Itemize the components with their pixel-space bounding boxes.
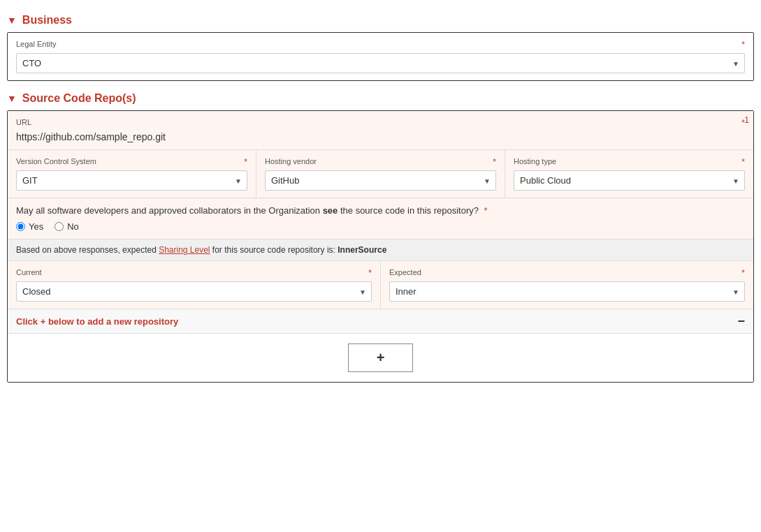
add-repo-text: Click + below to add a new repository (16, 316, 178, 327)
legal-entity-required: * (741, 40, 745, 50)
expected-select-wrapper: Inner (389, 281, 745, 302)
vcs-required: * (244, 157, 247, 167)
hosting-vendor-required: * (493, 157, 496, 167)
no-radio-option[interactable]: No (55, 221, 79, 232)
vcs-label-row: Version Control System * (16, 157, 247, 167)
legal-entity-label-row: Legal Entity * (16, 40, 745, 50)
sharing-level-link[interactable]: Sharing Level (159, 245, 210, 255)
hosting-vendor-col: Hosting vendor * GitHub (256, 150, 505, 198)
current-expected-row: Current * Closed Expected * Inner (8, 261, 753, 309)
url-label-row: URL * (16, 118, 745, 128)
expected-required: * (741, 268, 745, 278)
hosting-vendor-select-wrapper: GitHub (265, 170, 496, 191)
add-button-row: + (8, 334, 753, 382)
hosting-type-label: Hosting type (514, 157, 556, 167)
business-section-box: Legal Entity * CTO (7, 32, 754, 81)
vcs-label: Version Control System (16, 157, 96, 167)
hosting-type-required: * (741, 157, 745, 167)
current-select-wrapper: Closed (16, 281, 372, 302)
see-question-bold: see (323, 205, 338, 216)
hosting-vendor-label: Hosting vendor (265, 157, 317, 167)
yes-radio[interactable] (16, 222, 25, 231)
sharing-info-value: InnerSource (338, 245, 386, 255)
yes-label: Yes (29, 221, 43, 232)
business-section-title: Business (22, 14, 72, 27)
current-required: * (368, 268, 372, 278)
minus-button[interactable]: − (737, 315, 745, 327)
expected-label: Expected (389, 268, 421, 278)
add-repo-row: Click + below to add a new repository − (8, 309, 753, 334)
hosting-type-label-row: Hosting type * (514, 157, 745, 167)
expected-label-row: Expected * (389, 268, 745, 278)
see-radio-group: Yes No (16, 221, 745, 232)
see-question-group: May all software developers and approved… (8, 198, 753, 239)
see-question-part1: May all software developers and approved… (16, 205, 323, 216)
sharing-info-part1: Based on above responses, expected (16, 245, 159, 255)
legal-entity-label: Legal Entity (16, 40, 56, 50)
current-label: Current (16, 268, 42, 278)
source-code-section-title: Source Code Repo(s) (22, 92, 136, 105)
current-col: Current * Closed (8, 261, 381, 309)
current-label-row: Current * (16, 268, 372, 278)
no-label: No (67, 221, 79, 232)
vcs-hosting-row: Version Control System * GIT Hosting ven… (8, 150, 753, 198)
business-section-header: ▼ Business (7, 14, 754, 27)
vcs-select[interactable]: GIT (16, 170, 247, 191)
sharing-info-part2: for this source code repository is: (210, 245, 338, 255)
add-repo-button[interactable]: + (348, 343, 414, 372)
hosting-type-select[interactable]: Public Cloud (514, 170, 745, 191)
url-field-group: URL * https://github.com/sample_repo.git… (8, 111, 753, 150)
expected-select[interactable]: Inner (389, 281, 745, 302)
see-question-text: May all software developers and approved… (16, 205, 745, 216)
url-label: URL (16, 118, 31, 128)
repo-number: 1 (744, 115, 749, 125)
source-code-section-box: URL * https://github.com/sample_repo.git… (7, 110, 754, 383)
hosting-vendor-label-row: Hosting vendor * (265, 157, 496, 167)
current-select[interactable]: Closed (16, 281, 372, 302)
no-radio[interactable] (55, 222, 64, 231)
expected-col: Expected * Inner (381, 261, 753, 309)
sharing-info-row: Based on above responses, expected Shari… (8, 239, 753, 261)
hosting-type-select-wrapper: Public Cloud (514, 170, 745, 191)
source-code-section-header: ▼ Source Code Repo(s) (7, 92, 754, 105)
vcs-select-wrapper: GIT (16, 170, 247, 191)
legal-entity-field: Legal Entity * CTO (8, 33, 753, 80)
legal-entity-select-wrapper: CTO (16, 53, 745, 73)
legal-entity-select[interactable]: CTO (16, 53, 745, 73)
source-code-collapse-arrow[interactable]: ▼ (7, 93, 17, 104)
hosting-type-col: Hosting type * Public Cloud (505, 150, 753, 198)
hosting-vendor-select[interactable]: GitHub (265, 170, 496, 191)
vcs-col: Version Control System * GIT (8, 150, 256, 198)
url-value: https://github.com/sample_repo.git (16, 131, 745, 142)
yes-radio-option[interactable]: Yes (16, 221, 43, 232)
business-collapse-arrow[interactable]: ▼ (7, 15, 17, 26)
see-question-part2: the source code in this repository? (338, 205, 479, 216)
see-question-required: * (484, 205, 488, 216)
